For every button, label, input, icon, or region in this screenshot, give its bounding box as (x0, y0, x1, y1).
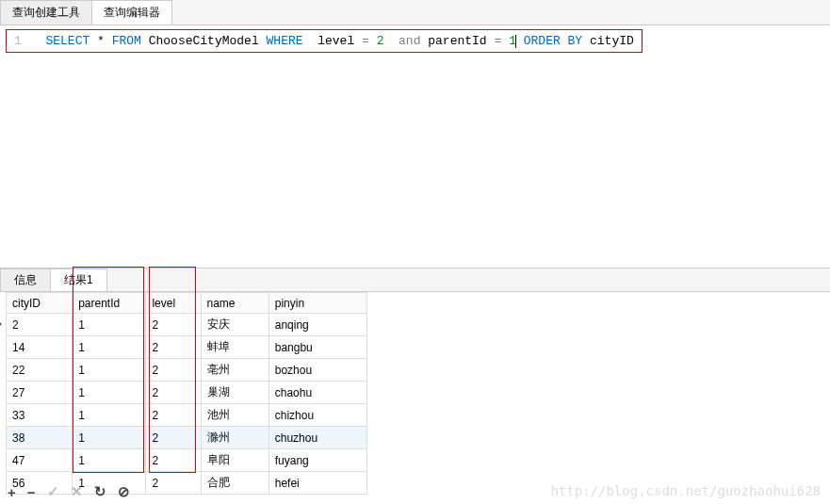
sql-star: * (97, 34, 105, 48)
refresh-button[interactable]: ↻ (94, 483, 106, 500)
col-header-level[interactable]: level (146, 293, 201, 314)
cell-parentId[interactable]: 1 (73, 359, 146, 382)
sql-eq2: = (495, 34, 502, 48)
cell-cityID[interactable]: 47 (7, 449, 73, 472)
cell-level[interactable]: 2 (146, 336, 201, 359)
sql-keyword-from: FROM (112, 34, 141, 48)
col-header-parentid[interactable]: parentId (73, 293, 146, 314)
cell-pinyin[interactable]: anqing (269, 314, 366, 336)
cell-level[interactable]: 2 (146, 449, 201, 472)
cell-name[interactable]: 亳州 (201, 359, 269, 382)
cell-name[interactable]: 滁州 (201, 427, 269, 449)
table-row[interactable]: 1412蚌埠bangbu (7, 336, 367, 359)
cell-pinyin[interactable]: chizhou (269, 404, 366, 427)
line-number: 1 (14, 34, 22, 48)
sql-eq: = (362, 34, 369, 48)
cell-cityID[interactable]: 14 (7, 336, 73, 359)
table-row[interactable]: 2212亳州bozhou (7, 359, 367, 382)
cell-cityID[interactable]: 33 (7, 404, 73, 427)
cell-name[interactable]: 巢湖 (201, 382, 269, 404)
cell-level[interactable]: 2 (146, 404, 201, 427)
cell-name[interactable]: 合肥 (201, 472, 269, 495)
top-tabs: 查询创建工具 查询编辑器 (0, 0, 830, 25)
tab-query-editor[interactable]: 查询编辑器 (91, 0, 172, 24)
current-row-indicator-icon (0, 319, 2, 329)
table-row[interactable]: 3812滁州chuzhou (7, 427, 367, 449)
cell-name[interactable]: 阜阳 (201, 449, 269, 472)
sql-order-field: cityID (590, 34, 634, 48)
cell-parentId[interactable]: 1 (73, 336, 146, 359)
sql-statement: 1 SELECT * FROM ChooseCityModel WHERE le… (6, 29, 643, 53)
tab-info[interactable]: 信息 (0, 268, 51, 291)
cell-pinyin[interactable]: chaohu (269, 382, 366, 404)
cell-cityID[interactable]: 27 (7, 382, 73, 404)
cell-parentId[interactable]: 1 (73, 382, 146, 404)
cell-pinyin[interactable]: hefei (269, 472, 366, 495)
cell-pinyin[interactable]: chuzhou (269, 427, 366, 449)
sql-field-level: level (317, 34, 354, 48)
sql-keyword-and: and (399, 34, 420, 48)
cell-cityID[interactable]: 2 (7, 314, 73, 336)
results-toolbar: + − ✓ ✕ ↻ ⊘ (0, 480, 138, 504)
results-table[interactable]: cityID parentId level name pinyin 212安庆a… (6, 292, 367, 495)
bottom-tabs: 信息 结果1 (0, 268, 830, 292)
stop-button[interactable]: ⊘ (118, 483, 130, 500)
table-row[interactable]: 2712巢湖chaohu (7, 382, 367, 404)
table-row[interactable]: 212安庆anqing (7, 314, 367, 336)
cell-pinyin[interactable]: fuyang (269, 449, 366, 472)
sql-val-2: 2 (377, 34, 384, 48)
cell-cityID[interactable]: 22 (7, 359, 73, 382)
cell-name[interactable]: 蚌埠 (201, 336, 269, 359)
sql-editor-area[interactable]: 1 SELECT * FROM ChooseCityModel WHERE le… (0, 25, 830, 268)
cell-level[interactable]: 2 (146, 427, 201, 449)
cell-level[interactable]: 2 (146, 472, 201, 495)
commit-button[interactable]: ✓ (47, 483, 59, 500)
cell-parentId[interactable]: 1 (73, 314, 146, 336)
sql-keyword-where: WHERE (267, 34, 303, 48)
sql-table: ChooseCityModel (149, 34, 259, 48)
cell-name[interactable]: 池州 (201, 404, 269, 427)
cell-pinyin[interactable]: bozhou (269, 359, 366, 382)
tab-query-build-tool[interactable]: 查询创建工具 (0, 0, 92, 24)
table-row[interactable]: 3312池州chizhou (7, 404, 367, 427)
text-cursor (515, 35, 516, 48)
table-row[interactable]: 4712阜阳fuyang (7, 449, 367, 472)
cell-parentId[interactable]: 1 (73, 427, 146, 449)
remove-row-button[interactable]: − (27, 484, 36, 500)
col-header-pinyin[interactable]: pinyin (269, 293, 366, 314)
sql-keyword-orderby: ORDER BY (524, 34, 582, 48)
add-row-button[interactable]: + (8, 484, 16, 500)
col-header-cityid[interactable]: cityID (7, 293, 73, 314)
cell-parentId[interactable]: 1 (73, 449, 146, 472)
cancel-button[interactable]: ✕ (71, 483, 83, 500)
cell-level[interactable]: 2 (146, 314, 201, 336)
tab-result-1[interactable]: 结果1 (50, 268, 107, 291)
cell-level[interactable]: 2 (146, 359, 201, 382)
sql-field-parentid: parentId (428, 34, 486, 48)
cell-level[interactable]: 2 (146, 382, 201, 404)
sql-keyword-select: SELECT (45, 34, 90, 48)
cell-name[interactable]: 安庆 (201, 314, 269, 336)
cell-pinyin[interactable]: bangbu (269, 336, 366, 359)
cell-parentId[interactable]: 1 (73, 404, 146, 427)
col-header-name[interactable]: name (201, 293, 269, 314)
table-header-row: cityID parentId level name pinyin (7, 293, 367, 314)
results-area: cityID parentId level name pinyin 212安庆a… (0, 292, 830, 495)
cell-cityID[interactable]: 38 (7, 427, 73, 449)
